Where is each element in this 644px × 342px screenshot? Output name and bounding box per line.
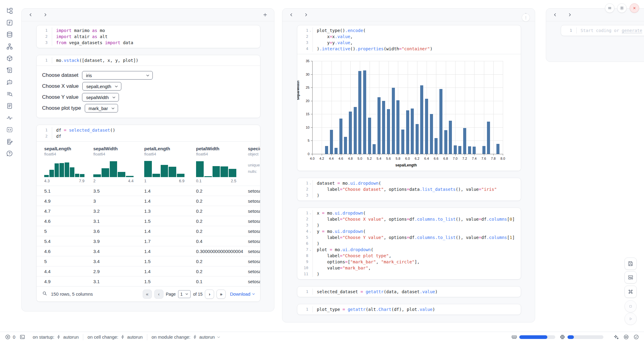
chart-bar[interactable] xyxy=(377,97,381,154)
chart-bar[interactable] xyxy=(454,145,457,154)
fold-chevron-icon[interactable]: ⌄ xyxy=(308,180,313,186)
last-page-button[interactable]: » xyxy=(216,290,226,299)
table-row[interactable]: 53.41.50.2setosa xyxy=(37,256,260,266)
file-explorer-icon[interactable] xyxy=(5,7,13,15)
code-cell-dataset-dropdown[interactable]: 1⌄dataset = mo.ui.dropdown(2 label="Choo… xyxy=(297,178,521,201)
code-line[interactable]: 6) xyxy=(297,240,521,247)
chart-bar[interactable] xyxy=(392,88,395,154)
table-column-header[interactable]: petalWidthfloat640.12.5 xyxy=(196,146,248,183)
choose-y-value-select[interactable]: sepalWidth xyxy=(82,93,119,102)
code-line[interactable]: 3from vega_datasets import data xyxy=(37,40,260,46)
choose-x-value-select[interactable]: sepalLength xyxy=(82,82,121,91)
code-line[interactable]: 2import altair as alt xyxy=(37,34,260,40)
download-button[interactable]: Download xyxy=(230,291,255,297)
code-line[interactable]: 1plot_type = getattr(alt.Chart(df), plot… xyxy=(297,306,521,312)
close-button[interactable] xyxy=(630,3,639,13)
chart-bar[interactable] xyxy=(496,144,499,154)
column-right-icon[interactable] xyxy=(42,12,48,18)
chart-bar[interactable] xyxy=(358,71,361,154)
table-row[interactable]: 4.73.21.30.2setosa xyxy=(37,206,260,216)
code-line[interactable]: 3) xyxy=(297,192,521,198)
changelog-icon[interactable] xyxy=(5,66,13,74)
page-select[interactable]: 1 xyxy=(178,290,191,298)
table-column-header[interactable]: petalLengthfloat6416.9 xyxy=(144,146,196,183)
column-right-icon[interactable] xyxy=(566,12,573,18)
choose-dataset-select[interactable]: iris xyxy=(82,71,153,80)
chart-bar[interactable] xyxy=(468,146,471,154)
code-cell-df[interactable]: 1df = selected_dataset()2df sepalLengthf… xyxy=(36,125,260,302)
code-line[interactable]: 2 x=x.value, xyxy=(297,34,521,40)
column-left-icon[interactable] xyxy=(27,12,34,18)
chart-bar[interactable] xyxy=(363,70,366,154)
table-row[interactable]: 4.93.11.50.1setosa xyxy=(37,276,260,286)
chart-bar[interactable] xyxy=(387,109,390,154)
code-line[interactable]: 9 options=["mark_bar", "mark_circle"], xyxy=(297,259,521,265)
on-cell-change-toggle[interactable]: on cell change: autorun xyxy=(88,334,143,340)
chart-bar[interactable] xyxy=(411,109,414,154)
dependency-graph-icon[interactable] xyxy=(5,42,13,50)
code-line[interactable]: 1⌄dataset = mo.ui.dropdown( xyxy=(297,180,521,186)
chart-bar[interactable] xyxy=(439,89,442,154)
logs-icon[interactable] xyxy=(5,90,13,98)
chart-bar[interactable] xyxy=(382,101,385,154)
search-icon[interactable] xyxy=(42,291,47,297)
scratch-cell[interactable]: 1 Start coding or generate with AI xyxy=(561,25,644,36)
chart-bar[interactable] xyxy=(449,121,452,154)
code-line[interactable]: 2df xyxy=(37,133,260,139)
fold-chevron-icon[interactable]: ⌄ xyxy=(308,27,313,34)
datasources-icon[interactable] xyxy=(5,30,13,38)
fold-chevron-icon[interactable]: ⌄ xyxy=(308,210,313,216)
scratchpad-icon[interactable] xyxy=(5,137,13,145)
chart-bar[interactable] xyxy=(335,148,338,154)
code-cell-xyplot-dropdowns[interactable]: 1⌄x = mo.ui.dropdown(2 label="Choose X v… xyxy=(297,208,521,280)
add-cell-icon[interactable] xyxy=(261,11,269,19)
table-row[interactable]: 4.931.40.2setosa xyxy=(37,196,260,206)
chart-bar[interactable] xyxy=(406,110,409,154)
code-line[interactable]: 4).interactive().properties(width="conta… xyxy=(297,46,521,52)
code-line[interactable]: 2 label="Choose dataset", options=data.l… xyxy=(297,186,521,192)
code-export-icon[interactable] xyxy=(5,126,13,134)
table-row[interactable]: 4.42.91.40.2setosa xyxy=(37,266,260,276)
fold-chevron-icon[interactable]: ⌄ xyxy=(308,247,313,253)
layout-button[interactable] xyxy=(624,271,637,283)
chart-bar[interactable] xyxy=(458,146,461,154)
chart-bar[interactable] xyxy=(425,99,428,154)
chart-bar[interactable] xyxy=(416,124,419,154)
connection-status-button[interactable] xyxy=(633,334,639,340)
chart-bar[interactable] xyxy=(330,130,333,154)
choose-plot-type-select[interactable]: mark_bar xyxy=(85,104,118,112)
stop-button[interactable] xyxy=(624,300,637,312)
generate-link[interactable]: generate xyxy=(622,28,642,33)
chart-bar[interactable] xyxy=(396,100,399,154)
command-palette-button[interactable] xyxy=(624,286,637,298)
code-line[interactable]: 1df = selected_dataset() xyxy=(37,127,260,133)
table-column-header[interactable]: sepalLengthfloat644.37.9 xyxy=(44,146,93,183)
copilot-status-button[interactable] xyxy=(623,334,629,340)
chart-bar[interactable] xyxy=(401,130,404,154)
chat-icon[interactable] xyxy=(5,78,13,86)
code-line[interactable]: 7⌄plot = mo.ui.dropdown( xyxy=(297,247,521,253)
prev-page-button[interactable]: ‹ xyxy=(154,290,163,299)
chart-bar[interactable] xyxy=(349,112,352,154)
code-line[interactable]: 1⌄x = mo.ui.dropdown( xyxy=(297,210,521,216)
code-line[interactable]: 1selected_dataset = getattr(data, datase… xyxy=(297,289,521,295)
snippets-icon[interactable] xyxy=(5,102,13,110)
code-cell-selected-dataset[interactable]: 1selected_dataset = getattr(data, datase… xyxy=(297,286,521,297)
column-left-icon[interactable] xyxy=(288,12,295,18)
on-startup-toggle[interactable]: on startup: autorun xyxy=(33,334,79,340)
code-line[interactable]: 8 label="Choose plot type", xyxy=(297,253,521,259)
code-line[interactable]: 1mo.vstack([dataset, x, y, plot]) xyxy=(37,57,260,63)
altair-chart[interactable]: 4.04.24.44.64.85.05.25.45.65.86.06.26.46… xyxy=(297,54,521,171)
table-column-header[interactable]: speciesobjectuniquenulls: xyxy=(248,146,260,183)
code-line[interactable]: 3 y=y.value, xyxy=(297,40,521,46)
run-button[interactable] xyxy=(624,313,637,325)
table-column-header[interactable]: sepalWidthfloat6424.4 xyxy=(93,146,144,183)
chart-bar[interactable] xyxy=(368,118,371,154)
chart-bar[interactable] xyxy=(482,146,485,154)
chart-bar[interactable] xyxy=(444,130,447,154)
code-line[interactable]: 3) xyxy=(297,222,521,228)
table-row[interactable]: 4.63.11.50.2setosa xyxy=(37,216,260,226)
code-line[interactable]: 1import marimo as mo xyxy=(37,27,260,34)
code-line[interactable]: 4⌄y = mo.ui.dropdown( xyxy=(297,228,521,234)
table-row[interactable]: 5.13.51.40.2setosa xyxy=(37,186,260,196)
